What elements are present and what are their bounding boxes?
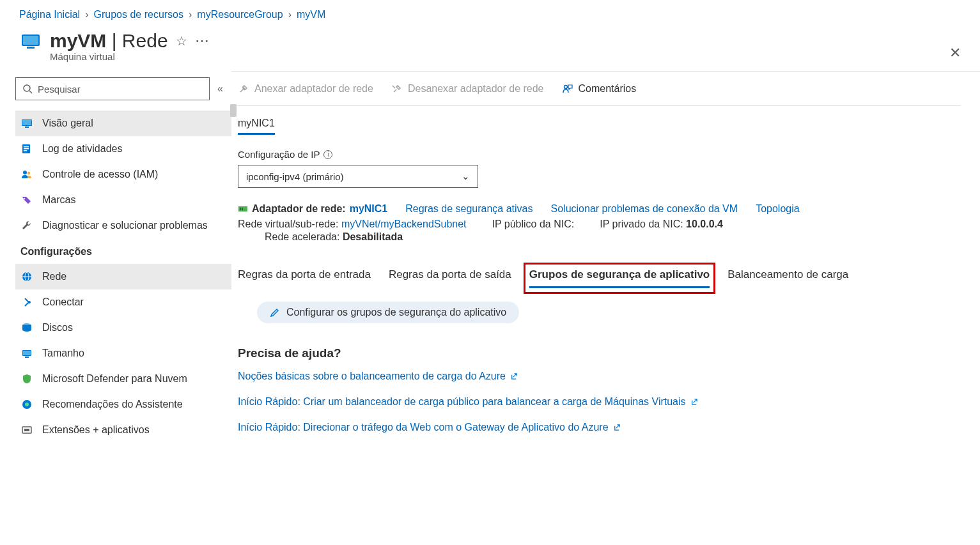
sidebar-item-tags[interactable]: Marcas xyxy=(15,187,231,213)
svg-rect-29 xyxy=(240,208,241,210)
adapter-label-text: Adaptador de rede: xyxy=(252,203,346,215)
shield-icon xyxy=(20,372,33,385)
privip-value: 10.0.0.4 xyxy=(686,219,723,229)
size-icon xyxy=(20,347,33,360)
page-header: myVM | Rede ☆ ⋯ xyxy=(0,27,980,52)
dropdown-selected-value: ipconfig-ipv4 (primário) xyxy=(246,171,344,182)
help-link-appgw-quickstart[interactable]: Início Rápido: Direcionar o tráfego da W… xyxy=(238,422,961,433)
sidebar-item-label: Diagnosticar e solucionar problemas xyxy=(42,220,208,231)
sidebar-item-label: Conectar xyxy=(42,296,84,308)
info-icon[interactable]: i xyxy=(323,150,332,159)
log-icon xyxy=(20,142,33,155)
page-subtitle: Máquina virtual xyxy=(0,51,980,62)
wrench-icon xyxy=(20,219,33,232)
svg-point-18 xyxy=(28,301,31,303)
sidebar-item-advisor[interactable]: Recomendações do Assistente xyxy=(15,392,231,417)
pencil-icon xyxy=(270,307,280,318)
person-feedback-icon xyxy=(562,83,573,95)
sidebar-item-label: Microsoft Defender para Nuvem xyxy=(42,373,187,385)
more-menu-icon[interactable]: ⋯ xyxy=(195,33,210,49)
privip-label: IP privado da NIC: xyxy=(600,219,683,229)
topology-link[interactable]: Topologia xyxy=(756,203,800,215)
svg-rect-7 xyxy=(25,127,29,128)
svg-point-12 xyxy=(23,171,27,174)
svg-rect-11 xyxy=(24,150,27,151)
globe-icon xyxy=(20,270,33,283)
breadcrumb-vm[interactable]: myVM xyxy=(297,9,325,20)
search-icon xyxy=(22,84,33,94)
nic-tab[interactable]: myNIC1 xyxy=(238,118,275,135)
breadcrumb-rg-name[interactable]: myResourceGroup xyxy=(197,9,283,20)
title-blade-name: Rede xyxy=(122,30,168,51)
svg-point-3 xyxy=(24,85,30,91)
external-link-icon xyxy=(612,424,621,432)
svg-rect-21 xyxy=(23,351,31,355)
breadcrumb-resource-groups[interactable]: Grupos de recursos xyxy=(94,9,184,20)
svg-rect-22 xyxy=(25,357,29,358)
toolbar: Anexar adaptador de rede Desanexar adapt… xyxy=(231,72,961,106)
tab-load-balancing[interactable]: Balanceamento de carga xyxy=(727,268,848,288)
svg-line-4 xyxy=(29,91,32,93)
effective-rules-link[interactable]: Regras de segurança ativas xyxy=(405,203,533,215)
ip-config-label: Configuração de IP i xyxy=(238,149,961,160)
svg-rect-2 xyxy=(27,47,35,49)
pubip-detail: IP público da NIC: xyxy=(492,219,575,230)
configure-asg-button[interactable]: Configurar os grupos de segurança do apl… xyxy=(257,302,519,323)
feedback-button[interactable]: Comentários xyxy=(562,83,637,95)
plug-icon xyxy=(238,83,249,95)
unplug-icon xyxy=(391,83,403,95)
sidebar-item-label: Log de atividades xyxy=(42,143,122,155)
sidebar-section-settings: Configurações xyxy=(15,238,231,264)
svg-rect-9 xyxy=(24,146,29,148)
sidebar-item-label: Extensões + aplicativos xyxy=(42,424,150,436)
adapter-label: Adaptador de rede: myNIC1 xyxy=(238,203,387,215)
help-link-lb-overview[interactable]: Noções básicas sobre o balanceamento de … xyxy=(238,371,961,382)
scrollbar-thumb[interactable] xyxy=(230,104,237,117)
sidebar-item-defender[interactable]: Microsoft Defender para Nuvem xyxy=(15,366,231,392)
sidebar-item-activity-log[interactable]: Log de atividades xyxy=(15,136,231,162)
tab-inbound-rules[interactable]: Regras da porta de entrada xyxy=(238,268,371,288)
favorite-star-icon[interactable]: ☆ xyxy=(176,33,187,49)
help-link-lb-quickstart[interactable]: Início Rápido: Criar um balanceador de c… xyxy=(238,396,961,408)
svg-rect-6 xyxy=(22,120,31,125)
extensions-icon xyxy=(20,424,33,436)
configure-asg-label: Configurar os grupos de segurança do apl… xyxy=(286,307,506,318)
troubleshoot-link[interactable]: Solucionar problemas de conexão da VM xyxy=(551,203,738,215)
sidebar-item-diagnose[interactable]: Diagnosticar e solucionar problemas xyxy=(15,213,231,238)
vnet-value-link[interactable]: myVNet/myBackendSubnet xyxy=(341,219,467,229)
people-icon xyxy=(20,168,33,181)
privip-detail: IP privado da NIC: 10.0.0.4 xyxy=(600,219,723,230)
sidebar-item-iam[interactable]: Controle de acesso (IAM) xyxy=(15,162,231,187)
search-input[interactable]: Pesquisar xyxy=(15,77,210,100)
tab-application-security-groups[interactable]: Grupos de segurança de aplicativo xyxy=(529,268,710,288)
sidebar-item-extensions[interactable]: Extensões + aplicativos xyxy=(15,417,231,443)
attach-nic-button[interactable]: Anexar adaptador de rede xyxy=(238,83,373,95)
accel-detail: Rede acelerada: Desabilitada xyxy=(265,231,961,243)
sidebar-item-size[interactable]: Tamanho xyxy=(15,341,231,366)
sidebar-item-label: Tamanho xyxy=(42,348,84,359)
sidebar-item-networking[interactable]: Rede xyxy=(15,264,231,289)
tab-outbound-rules[interactable]: Regras da porta de saída xyxy=(389,268,511,288)
svg-rect-1 xyxy=(23,36,38,45)
sidebar-item-label: Recomendações do Assistente xyxy=(42,399,183,410)
adapter-name-link[interactable]: myNIC1 xyxy=(350,203,388,215)
svg-point-14 xyxy=(24,198,25,199)
sidebar-item-disks[interactable]: Discos xyxy=(15,315,231,341)
vnet-detail: Rede virtual/sub-rede: myVNet/myBackendS… xyxy=(238,219,467,230)
sidebar-item-connect[interactable]: Conectar xyxy=(15,289,231,315)
sidebar-item-label: Visão geral xyxy=(42,118,93,129)
toolbar-label: Comentários xyxy=(579,83,637,95)
advisor-icon xyxy=(20,398,33,411)
close-icon[interactable]: ✕ xyxy=(949,45,961,61)
ip-config-dropdown[interactable]: ipconfig-ipv4 (primário) ⌄ xyxy=(238,165,478,188)
search-placeholder-text: Pesquisar xyxy=(38,84,81,95)
collapse-sidebar-icon[interactable]: « xyxy=(217,83,223,95)
content-pane: Anexar adaptador de rede Desanexar adapt… xyxy=(231,71,980,460)
title-resource-name: myVM xyxy=(50,30,106,51)
detach-nic-button[interactable]: Desanexar adaptador de rede xyxy=(391,83,544,95)
svg-point-13 xyxy=(27,172,30,174)
svg-rect-30 xyxy=(242,208,243,210)
svg-rect-26 xyxy=(24,429,29,431)
breadcrumb-home[interactable]: Página Inicial xyxy=(19,9,80,20)
sidebar-item-overview[interactable]: Visão geral xyxy=(15,111,231,136)
